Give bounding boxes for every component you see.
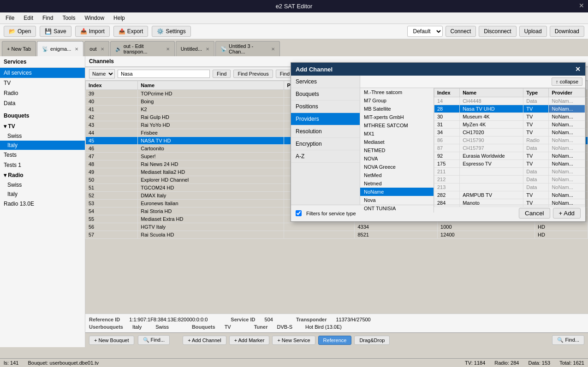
drag-drop-button[interactable]: Drag&Drop (354, 336, 390, 345)
tab-out-edit[interactable]: 🔊 out - Edit transpon... ✕ (110, 41, 175, 56)
find-previous-button[interactable]: Find Previous (233, 70, 273, 78)
sidebar-item-italy[interactable]: Italy (0, 141, 85, 150)
add-channel-button[interactable]: + Add Channel (183, 336, 226, 345)
new-bouquet-button[interactable]: + New Bouquet (89, 336, 134, 345)
modal-table-row[interactable]: 212 Data NoNam... (434, 176, 585, 184)
tab-close-icon[interactable]: ✕ (206, 47, 209, 52)
menu-find[interactable]: Find (41, 14, 55, 22)
col-name[interactable]: Name (138, 81, 284, 90)
upload-button[interactable]: Upload (519, 26, 547, 37)
menu-help[interactable]: Help (112, 14, 127, 22)
tab-close-icon[interactable]: ✕ (166, 47, 170, 52)
modal-table-row[interactable]: 31 MyZen 4K TV NoNam... (434, 121, 585, 129)
modal-table-row[interactable]: 34 CH17020 TV NoNam... (434, 129, 585, 136)
col-index[interactable]: Index (86, 81, 138, 90)
modal-table-row[interactable]: 14 CH4448 Data NoNam... (434, 97, 585, 105)
open-button[interactable]: 📂 Open (4, 26, 36, 37)
sidebar-item-tests1[interactable]: Tests 1 (0, 160, 85, 170)
modal-nav-positions[interactable]: Positions (291, 101, 360, 113)
modal-table-row[interactable]: 86 CH15790 Radio NoNam... (434, 136, 585, 144)
modal-nav-services[interactable]: Services (291, 76, 360, 88)
export-button[interactable]: 📤 Export (113, 26, 148, 37)
menu-window[interactable]: Window (83, 14, 106, 22)
modal-col-provider[interactable]: Provider (549, 89, 585, 97)
sidebar-item-tests[interactable]: Tests (0, 150, 85, 160)
modal-table-row[interactable]: 175 Espresso TV TV NoNam... (434, 160, 585, 168)
find-filter-select[interactable]: Name (89, 69, 115, 78)
tab-out[interactable]: out ✕ (84, 41, 109, 56)
save-button[interactable]: 💾 Save (40, 26, 71, 37)
provider-item[interactable]: NETMED (360, 146, 434, 154)
modal-col-index[interactable]: Index (434, 89, 460, 97)
sidebar-item-swiss[interactable]: Swiss (0, 131, 85, 141)
modal-table-row[interactable]: 92 Eurasia Worldwide TV NoNam... (434, 152, 585, 160)
provider-item[interactable]: MX1 (360, 130, 434, 138)
modal-table-row[interactable]: 211 Data NoNam... (434, 168, 585, 176)
modal-col-name[interactable]: Name (460, 89, 523, 97)
menu-file[interactable]: File (4, 14, 16, 22)
modal-table-row[interactable]: 30 Museum 4K TV NoNam... (434, 113, 585, 121)
tab-enigma[interactable]: 📡 enigma... ✕ (37, 41, 83, 56)
modal-nav-encryption[interactable]: Encryption (291, 138, 360, 150)
tab-close-icon[interactable]: ✕ (271, 47, 275, 52)
modal-nav-providers[interactable]: Providers (291, 113, 360, 125)
collapse-button[interactable]: ↑ collapse (552, 77, 582, 86)
provider-item[interactable]: MIT-xperts GmbH (360, 113, 434, 121)
tab-close-icon[interactable]: ✕ (75, 47, 78, 52)
app-close-button[interactable]: ✕ (579, 2, 584, 9)
menu-edit[interactable]: Edit (22, 14, 35, 22)
modal-table-row[interactable]: 284 Manoto TV NoNam... (434, 199, 585, 207)
tab-close-icon[interactable]: ✕ (101, 47, 104, 52)
provider-item[interactable]: NOVA Greece (360, 163, 434, 171)
settings-button[interactable]: ⚙️ Settings (152, 26, 190, 37)
filter-checkbox[interactable] (296, 210, 302, 216)
modal-nav-bouquets[interactable]: Bouquets (291, 88, 360, 101)
tab-untitled[interactable]: Untitled... ✕ (176, 41, 214, 56)
provider-item[interactable]: NoName (360, 188, 434, 196)
provider-item[interactable]: ONT TUNISIA (360, 204, 434, 213)
sidebar-item-swiss-radio[interactable]: Swiss (0, 180, 85, 189)
modal-nav-az[interactable]: A-Z (291, 150, 360, 163)
modal-nav-resolution[interactable]: Resolution (291, 125, 360, 138)
menu-tools[interactable]: Tools (60, 14, 77, 22)
find-button[interactable]: Find (213, 70, 231, 78)
provider-item[interactable]: NetMed (360, 171, 434, 179)
default-select[interactable]: Default (407, 26, 443, 37)
modal-close-button[interactable]: ✕ (575, 65, 581, 73)
table-row[interactable]: 57 Rai Scuola HD 8521 12400 HD (86, 231, 588, 239)
provider-item[interactable]: MTHREE SATCOM (360, 121, 434, 130)
provider-item[interactable]: Netmed (360, 179, 434, 188)
reference-button[interactable]: Reference (318, 336, 352, 345)
provider-item[interactable]: M7 Group (360, 96, 434, 105)
cancel-button[interactable]: Cancel (519, 208, 550, 219)
modal-table-row[interactable]: 282 ARMPUB TV TV NoNam... (434, 191, 585, 199)
tab-untitled3[interactable]: 📡 Untitled 3 - Chan... ✕ (215, 41, 280, 56)
sidebar-item-all-services[interactable]: All services (0, 68, 85, 78)
connect-button[interactable]: Connect (445, 26, 476, 37)
provider-item[interactable]: M.-Three satcom (360, 88, 434, 96)
add-button[interactable]: + Add (553, 208, 581, 219)
find-bouquet-button[interactable]: 🔍 Find... (138, 335, 170, 345)
new-service-button[interactable]: + New Service (272, 336, 315, 345)
sidebar-item-tv-bouquet[interactable]: ▾ TV (0, 121, 85, 131)
find-right-button[interactable]: 🔍 Find... (552, 335, 584, 345)
sidebar-item-tv[interactable]: TV (0, 78, 85, 88)
modal-col-type[interactable]: Type (523, 89, 549, 97)
download-button[interactable]: Download (550, 26, 584, 37)
provider-item[interactable]: NOVA (360, 154, 434, 163)
add-marker-button[interactable]: + Add Marker (229, 336, 270, 345)
modal-table-row[interactable]: 87 CH15797 Data NoNam... (434, 144, 585, 152)
provider-item[interactable]: Nova (360, 196, 434, 204)
modal-table-row[interactable]: 213 Data NoNam... (434, 184, 585, 191)
modal-table-row[interactable]: 28 Nasa TV UHD TV NoNam... (434, 105, 585, 113)
find-input[interactable] (118, 70, 210, 78)
sidebar-item-radio[interactable]: Radio (0, 88, 85, 98)
sidebar-item-data[interactable]: Data (0, 98, 85, 108)
table-row[interactable]: 56 HGTV Italy 4334 1000 HD (86, 223, 588, 231)
sidebar-item-radio-bouquet[interactable]: ▾ Radio (0, 170, 85, 180)
sidebar-item-radio-13e[interactable]: Radio 13.0E (0, 199, 85, 209)
import-button[interactable]: 📥 Import (75, 26, 110, 37)
provider-item[interactable]: MB Satellite (360, 105, 434, 113)
disconnect-button[interactable]: Disconnect (479, 26, 516, 37)
new-tab-button[interactable]: + New Tab (2, 41, 36, 56)
